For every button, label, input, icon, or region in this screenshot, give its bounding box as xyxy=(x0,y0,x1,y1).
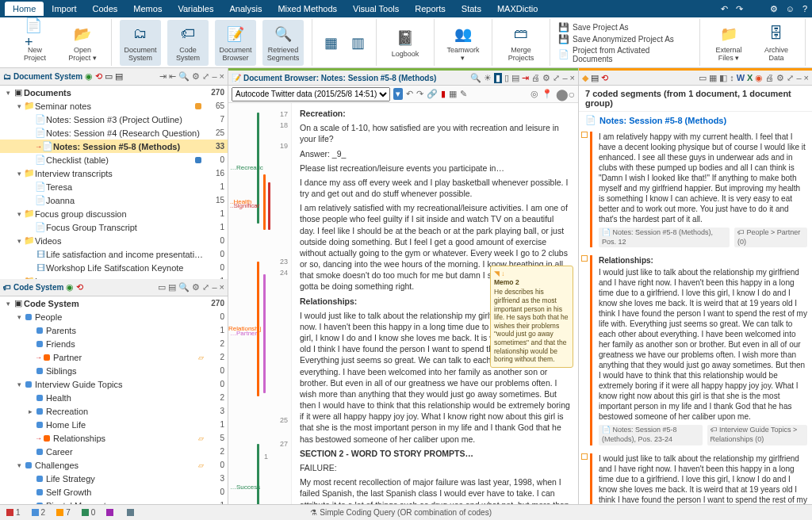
search-icon[interactable]: 🔍 xyxy=(178,71,190,82)
min-icon[interactable]: – xyxy=(796,73,801,83)
undo-icon[interactable]: ↶ xyxy=(406,89,413,99)
excel-icon[interactable]: X xyxy=(747,73,753,83)
tree-root[interactable]: ▾▣Code System270 xyxy=(0,296,228,310)
seg-source[interactable]: 📄 Notes: Session #5-8 (Methods), Pos. 23… xyxy=(599,425,703,445)
paragraph[interactable]: Answer: _9_ xyxy=(300,148,570,159)
pin-icon[interactable]: 📍 xyxy=(542,89,553,99)
status-item[interactable]: 0 xyxy=(82,508,96,517)
close-icon[interactable]: × xyxy=(570,73,575,83)
paragraph[interactable]: I dance my ass off every week and I play… xyxy=(300,177,570,199)
marker-icon[interactable]: ▮ xyxy=(441,89,446,99)
seg-code[interactable]: 🏷 People > Partner (0) xyxy=(734,228,807,247)
status-item[interactable]: 1 xyxy=(6,508,21,517)
tree-item[interactable]: ▾📁Focus group discussion1 xyxy=(0,207,228,220)
min-icon[interactable]: – xyxy=(212,71,216,82)
menu-tab-stats[interactable]: Stats xyxy=(454,2,489,16)
act2-icon[interactable]: ⇤ xyxy=(169,71,176,82)
undock-icon[interactable]: ⤢ xyxy=(553,73,560,83)
tree-item[interactable]: ▾📁Seminar notes65 xyxy=(0,99,228,113)
grid-icon[interactable]: ▦ xyxy=(449,89,457,99)
tree-item[interactable]: 🎞Workshop Life Satifscation Keynote0 xyxy=(0,261,228,274)
redo-icon[interactable]: ↷ xyxy=(416,89,423,99)
t4[interactable]: ↕ xyxy=(730,73,734,83)
undock-icon[interactable]: ⤢ xyxy=(202,282,209,292)
ribbon-external[interactable]: 📁ExternalFiles ▾ xyxy=(708,20,749,66)
ribbon--[interactable]: ▦ xyxy=(320,32,341,53)
tree-item[interactable]: ▾Interview Guide Topics0 xyxy=(0,377,228,391)
tree-item[interactable]: 📄Checklist (table)0 xyxy=(0,153,228,166)
menu-tab-reports[interactable]: Reports xyxy=(407,2,454,16)
toggle-icon[interactable]: ◉ xyxy=(66,282,74,292)
ribbon-merge[interactable]: 🗃MergeProjects xyxy=(500,20,542,66)
tree-item[interactable]: →Relationships▱5 xyxy=(0,431,228,445)
tree-item[interactable]: Parents1 xyxy=(0,323,228,337)
menu-tab-codes[interactable]: Codes xyxy=(85,2,126,16)
gear-icon[interactable]: ⚙ xyxy=(192,282,200,292)
status-item[interactable] xyxy=(106,508,116,517)
out-icon[interactable]: ⇥ xyxy=(522,73,529,83)
tree-item[interactable]: Self Growth0 xyxy=(0,485,228,499)
help-icon[interactable]: ? xyxy=(802,4,807,14)
gear-icon[interactable]: ⚙ xyxy=(770,4,778,14)
memo-box[interactable]: ◥ ↓ Memo 2 He describes his girlfriend a… xyxy=(490,266,573,368)
min-icon[interactable]: – xyxy=(562,73,567,83)
code-stripe[interactable] xyxy=(268,182,270,230)
word-icon[interactable]: W xyxy=(737,73,745,83)
tree-item[interactable]: Life Strategy3 xyxy=(0,472,228,485)
tree-item[interactable]: ▾📁Interview transcripts16 xyxy=(0,166,228,180)
undo-icon[interactable]: ↶ xyxy=(721,4,728,14)
undock-icon[interactable]: ⤢ xyxy=(202,71,209,82)
paragraph[interactable]: FAILURE: xyxy=(300,462,570,473)
paragraph[interactable]: Recreation: xyxy=(300,108,570,119)
paragraph[interactable]: SECTION 2 - WORD TO STORY PROMPTS… xyxy=(300,448,570,459)
tree-item[interactable]: 🎞Life satisfaction and income presentati… xyxy=(0,247,228,261)
save-project-from-activated-documents[interactable]: 📄Project from Activated Documents xyxy=(558,46,691,63)
close-icon[interactable]: × xyxy=(804,73,809,83)
tree-item[interactable]: ▾📁Videos0 xyxy=(0,234,228,247)
tree-item[interactable]: ▸Recreation3 xyxy=(0,404,228,418)
html-icon[interactable]: ◉ xyxy=(755,73,763,83)
status-item[interactable] xyxy=(127,508,136,517)
retrieved-doc[interactable]: 📄Notes: Session #5-8 (Methods) xyxy=(579,112,812,128)
tree-item[interactable]: 📄Teresa1 xyxy=(0,180,228,193)
edit-icon[interactable]: ✎ xyxy=(460,89,467,99)
tree-item[interactable]: Health2 xyxy=(0,391,228,404)
ribbon-retrieved[interactable]: 🔍RetrievedSegments xyxy=(262,20,304,66)
close-icon[interactable]: × xyxy=(220,71,224,82)
reset-icon[interactable]: ⟲ xyxy=(76,282,83,292)
highlight-icon[interactable]: ☀ xyxy=(484,73,492,83)
tree-item[interactable]: Home Life1 xyxy=(0,418,228,431)
t1[interactable]: ▭ xyxy=(699,73,707,83)
reset-icon[interactable]: ⟲ xyxy=(95,71,102,82)
t2[interactable]: ▦ xyxy=(709,73,717,83)
menu-tab-maxdictio[interactable]: MAXDictio xyxy=(489,2,546,16)
redo-icon[interactable]: ↷ xyxy=(736,4,743,14)
code-stripe[interactable] xyxy=(263,274,266,393)
paragraph[interactable]: Please list recreation/leisure events yo… xyxy=(300,162,570,174)
smile-icon[interactable]: ☺ xyxy=(786,4,795,14)
min-icon[interactable]: – xyxy=(212,282,216,292)
gear-icon[interactable]: ⚙ xyxy=(542,73,550,83)
tool-icon[interactable]: ▤ xyxy=(591,73,599,83)
search-icon[interactable]: 🔍 xyxy=(470,73,481,83)
ribbon-code[interactable]: 🏷CodeSystem xyxy=(167,20,209,66)
ribbon-document[interactable]: 🗂DocumentSystem xyxy=(120,20,161,66)
tree-item[interactable]: 📄Notes: Session #3 (Project Outline)7 xyxy=(0,113,228,126)
menu-tab-variables[interactable]: Variables xyxy=(170,2,221,16)
tree-item[interactable]: 📄Joanna15 xyxy=(0,193,228,207)
ribbon-teamwork[interactable]: 👥Teamwork▾ xyxy=(442,20,484,66)
undock-icon[interactable]: ⤢ xyxy=(787,73,794,83)
act-icon[interactable]: ⇥ xyxy=(159,71,167,82)
gear-icon[interactable]: ⚙ xyxy=(776,73,784,83)
ribbon-document[interactable]: 📝DocumentBrowser xyxy=(215,20,256,66)
code-stripe[interactable] xyxy=(263,174,266,230)
tree-root[interactable]: ▾▣Documents270 xyxy=(0,86,228,99)
menu-tab-mixed-methods[interactable]: Mixed Methods xyxy=(270,2,345,16)
status-item[interactable]: 2 xyxy=(32,508,46,517)
loc-icon[interactable]: ◎ xyxy=(530,89,538,99)
tree-item[interactable]: Pivotal Moments1 xyxy=(0,499,228,504)
tool-a[interactable]: ▭ xyxy=(158,282,166,292)
close-icon[interactable]: × xyxy=(220,282,224,292)
search-icon[interactable]: 🔍 xyxy=(178,282,190,292)
retrieved-segment[interactable]: I would just like to talk about the rela… xyxy=(590,453,807,504)
